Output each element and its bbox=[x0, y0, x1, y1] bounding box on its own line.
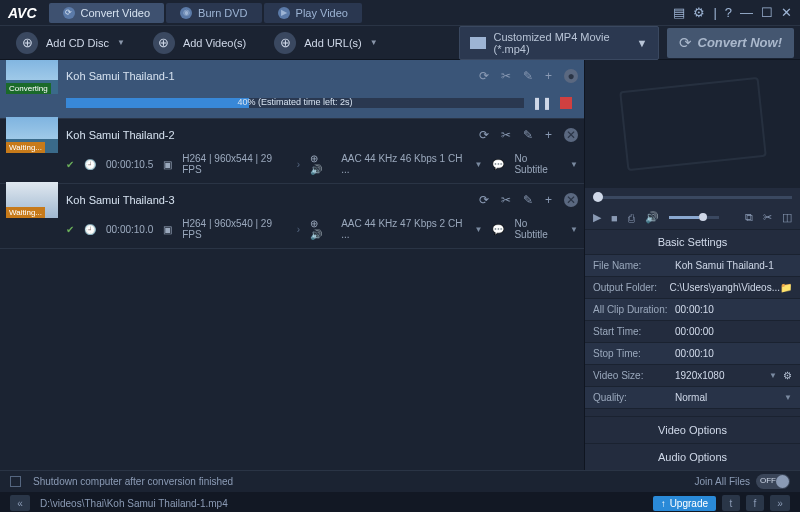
chevron-down-icon[interactable]: ▼ bbox=[475, 225, 483, 234]
clip-item[interactable]: Waiting... Koh Samui Thailand-3 ⟳ ✂ ✎ + … bbox=[0, 184, 584, 249]
convert-now-button[interactable]: ⟳ Convert Now! bbox=[667, 28, 795, 58]
snapshot-button[interactable]: ⎙ bbox=[628, 212, 635, 224]
chevron-down-icon: ▼ bbox=[370, 38, 378, 47]
shutdown-checkbox[interactable] bbox=[10, 476, 21, 487]
remove-icon[interactable]: ✕ bbox=[564, 193, 578, 207]
edit-icon[interactable]: ✎ bbox=[523, 69, 533, 83]
check-icon[interactable]: ✔ bbox=[66, 159, 74, 170]
cut-icon[interactable]: ✂ bbox=[763, 211, 772, 224]
toggle-state: OFF bbox=[760, 476, 776, 485]
video-info: H264 | 960x540 | 29 FPS bbox=[182, 218, 286, 240]
edit-icon[interactable]: ✎ bbox=[523, 128, 533, 142]
add-icon[interactable]: + bbox=[545, 69, 552, 83]
check-icon[interactable]: ✔ bbox=[66, 224, 74, 235]
menu-icon[interactable]: ▤ bbox=[673, 5, 685, 20]
video-size-select[interactable]: 1920x1080 bbox=[675, 370, 769, 381]
minimize-icon[interactable]: — bbox=[740, 5, 753, 20]
gear-icon[interactable]: ⚙ bbox=[693, 5, 705, 20]
add-icon[interactable]: + bbox=[545, 193, 552, 207]
setting-label: All Clip Duration: bbox=[593, 304, 675, 315]
setting-label: Quality: bbox=[593, 392, 675, 403]
setting-label: File Name: bbox=[593, 260, 675, 271]
app-logo: AVC bbox=[8, 5, 37, 21]
progress-text: 40% (Estimated time left: 2s) bbox=[237, 97, 352, 107]
clip-item[interactable]: Converting Koh Samui Thailand-1 ⟳ ✂ ✎ + … bbox=[0, 60, 584, 119]
output-profile-select[interactable]: Customized MP4 Movie (*.mp4) ▼ bbox=[459, 26, 659, 60]
folder-icon[interactable]: 📁 bbox=[780, 282, 792, 293]
close-icon[interactable]: ✕ bbox=[781, 5, 792, 20]
profile-label: Customized MP4 Movie (*.mp4) bbox=[494, 31, 629, 55]
stop-time-input[interactable]: 00:00:10 bbox=[675, 348, 792, 359]
clip-list: Converting Koh Samui Thailand-1 ⟳ ✂ ✎ + … bbox=[0, 60, 585, 470]
cut-icon[interactable]: ✂ bbox=[501, 128, 511, 142]
chevron-down-icon[interactable]: ▼ bbox=[570, 225, 578, 234]
chevron-right-icon: › bbox=[297, 224, 300, 235]
chevron-down-icon[interactable]: ▼ bbox=[769, 371, 777, 380]
cut-icon[interactable]: ✂ bbox=[501, 193, 511, 207]
pause-button[interactable]: ❚❚ bbox=[532, 96, 552, 110]
play-button[interactable]: ▶ bbox=[593, 211, 601, 224]
tab-play-video[interactable]: ▶Play Video bbox=[264, 3, 362, 23]
add-videos-button[interactable]: ⊕Add Video(s) bbox=[143, 28, 256, 58]
output-folder-value[interactable]: C:\Users\yangh\Videos... bbox=[670, 282, 780, 293]
crop-icon[interactable]: ◫ bbox=[782, 211, 792, 224]
subtitle-select[interactable]: No Subtitle bbox=[514, 218, 560, 240]
clip-thumbnail: Waiting... bbox=[6, 117, 58, 153]
add-cd-button[interactable]: ⊕Add CD Disc▼ bbox=[6, 28, 135, 58]
audio-options-button[interactable]: Audio Options bbox=[585, 443, 800, 470]
next-button[interactable]: » bbox=[770, 495, 790, 511]
stop-button[interactable] bbox=[560, 97, 572, 109]
add-urls-button[interactable]: ⊕Add URL(s)▼ bbox=[264, 28, 387, 58]
prev-button[interactable]: « bbox=[10, 495, 30, 511]
subtitle-icon: 💬 bbox=[492, 224, 504, 235]
video-info: H264 | 960x544 | 29 FPS bbox=[182, 153, 286, 175]
stop-button[interactable]: ■ bbox=[611, 212, 618, 224]
chevron-down-icon: ▼ bbox=[117, 38, 125, 47]
upgrade-label: Upgrade bbox=[670, 498, 708, 509]
duration-text: 00:00:10.5 bbox=[106, 159, 153, 170]
remove-icon[interactable]: ● bbox=[564, 69, 578, 83]
volume-icon[interactable]: 🔊 bbox=[645, 211, 659, 224]
edit-icon[interactable]: ✎ bbox=[523, 193, 533, 207]
refresh-icon[interactable]: ⟳ bbox=[479, 193, 489, 207]
upgrade-button[interactable]: ↑Upgrade bbox=[653, 496, 716, 511]
tab-burn-dvd[interactable]: ◉Burn DVD bbox=[166, 3, 262, 23]
refresh-icon[interactable]: ⟳ bbox=[479, 128, 489, 142]
twitter-icon[interactable]: t bbox=[722, 495, 740, 511]
detach-icon[interactable]: ⧉ bbox=[745, 211, 753, 224]
tab-convert-video[interactable]: ⟳Convert Video bbox=[49, 3, 165, 23]
audio-info[interactable]: AAC 44 KHz 46 Kbps 1 CH ... bbox=[341, 153, 464, 175]
globe-plus-icon: ⊕ bbox=[274, 32, 296, 54]
start-time-input[interactable]: 00:00:00 bbox=[675, 326, 792, 337]
clip-title: Koh Samui Thailand-1 bbox=[66, 70, 471, 82]
file-name-input[interactable]: Koh Samui Thailand-1 bbox=[675, 260, 792, 271]
add-icon[interactable]: + bbox=[545, 128, 552, 142]
scrubber[interactable] bbox=[585, 188, 800, 206]
refresh-icon[interactable]: ⟳ bbox=[479, 69, 489, 83]
chevron-down-icon[interactable]: ▼ bbox=[475, 160, 483, 169]
video-options-button[interactable]: Video Options bbox=[585, 416, 800, 443]
subtitle-select[interactable]: No Subtitle bbox=[514, 153, 560, 175]
clip-item[interactable]: Waiting... Koh Samui Thailand-2 ⟳ ✂ ✎ + … bbox=[0, 119, 584, 184]
duration-value: 00:00:10 bbox=[675, 304, 792, 315]
clip-thumbnail: Converting bbox=[6, 60, 58, 94]
remove-icon[interactable]: ✕ bbox=[564, 128, 578, 142]
subtitle-icon: 💬 bbox=[492, 159, 504, 170]
cut-icon[interactable]: ✂ bbox=[501, 69, 511, 83]
audio-info[interactable]: AAC 44 KHz 47 Kbps 2 CH ... bbox=[341, 218, 464, 240]
main-tabs: ⟳Convert Video ◉Burn DVD ▶Play Video bbox=[49, 3, 674, 23]
chevron-down-icon[interactable]: ▼ bbox=[784, 393, 792, 402]
convert-icon: ⟳ bbox=[679, 34, 692, 52]
chevron-down-icon[interactable]: ▼ bbox=[570, 160, 578, 169]
facebook-icon[interactable]: f bbox=[746, 495, 764, 511]
play-icon: ▶ bbox=[278, 7, 290, 19]
disc-plus-icon: ⊕ bbox=[16, 32, 38, 54]
gear-icon[interactable]: ⚙ bbox=[783, 370, 792, 381]
quality-select[interactable]: Normal bbox=[675, 392, 784, 403]
video-icon: ▣ bbox=[163, 224, 172, 235]
disc-icon: ◉ bbox=[180, 7, 192, 19]
join-files-toggle[interactable]: OFF bbox=[756, 474, 790, 489]
help-icon[interactable]: ? bbox=[725, 5, 732, 20]
volume-slider[interactable] bbox=[669, 216, 719, 219]
maximize-icon[interactable]: ☐ bbox=[761, 5, 773, 20]
